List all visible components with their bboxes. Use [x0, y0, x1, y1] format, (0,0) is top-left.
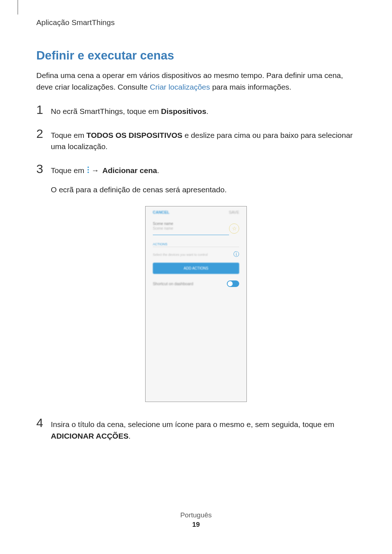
- step-4-suffix: .: [128, 432, 131, 440]
- step-3-bold: Adicionar cena: [101, 166, 157, 175]
- step-3-prefix: Toque em: [51, 166, 86, 175]
- page-header: Aplicação SmartThings: [36, 18, 356, 27]
- step-4-bold: ADICIONAR ACÇÕES: [51, 432, 128, 440]
- step-3-number: 3: [36, 163, 51, 175]
- phone-divider: [153, 247, 239, 247]
- star-icon: ☆: [229, 223, 239, 234]
- step-4: 4 Insira o título da cena, selecione um …: [36, 416, 356, 442]
- screenshot-container: CANCEL SAVE Scene name Scene name ☆ ACTI…: [36, 206, 356, 402]
- step-1-bold: Dispositivos: [161, 107, 206, 115]
- phone-scene-name-row: Scene name Scene name ☆: [153, 222, 239, 235]
- left-margin-line: [17, 0, 18, 15]
- page-content: Aplicação SmartThings Definir e executar…: [0, 0, 392, 442]
- phone-scene-name-placeholder: Scene name: [153, 226, 229, 230]
- step-1-suffix: .: [206, 107, 208, 115]
- footer-language: Português: [0, 511, 392, 519]
- phone-shortcut-row: Shortcut on dashboard: [153, 280, 239, 287]
- intro-text-part2: para mais informações.: [210, 83, 291, 91]
- page-footer: Português 19: [0, 511, 392, 529]
- step-4-content: Insira o título da cena, selecione um íc…: [51, 416, 356, 442]
- step-1-prefix: No ecrã SmartThings, toque em: [51, 107, 161, 115]
- svg-point-0: [87, 167, 89, 168]
- create-locations-link[interactable]: Criar localizações: [150, 83, 210, 91]
- step-4-number: 4: [36, 416, 51, 429]
- phone-body: Scene name Scene name ☆ ACTIONS Select t…: [146, 218, 246, 402]
- phone-scene-name-label: Scene name: [153, 222, 229, 226]
- phone-select-devices-text: Select the devices you want to control: [153, 253, 208, 257]
- svg-point-1: [87, 169, 89, 171]
- step-1-content: No ecrã SmartThings, toque em Dispositiv…: [51, 103, 208, 117]
- step-3-sub: O ecrã para a definição de cenas será ap…: [51, 184, 226, 196]
- phone-screen-mockup: CANCEL SAVE Scene name Scene name ☆ ACTI…: [145, 206, 247, 402]
- phone-actions-label: ACTIONS: [153, 242, 239, 246]
- phone-add-actions-button: ADD ACTIONS: [153, 263, 239, 274]
- step-1: 1 No ecrã SmartThings, toque em Disposit…: [36, 103, 356, 117]
- info-icon: ⓘ: [233, 251, 239, 258]
- footer-page-number: 19: [0, 521, 392, 529]
- phone-save-button: SAVE: [229, 210, 239, 214]
- step-3-suffix: .: [157, 166, 159, 175]
- phone-scene-name-group: Scene name Scene name: [153, 222, 229, 235]
- phone-shortcut-toggle: [227, 280, 239, 287]
- step-4-prefix: Insira o título da cena, selecione um íc…: [51, 420, 334, 428]
- step-1-number: 1: [36, 103, 51, 116]
- step-2-prefix: Toque em: [51, 131, 86, 139]
- phone-shortcut-label: Shortcut on dashboard: [153, 282, 193, 286]
- phone-header: CANCEL SAVE: [146, 206, 246, 218]
- step-2-number: 2: [36, 127, 51, 140]
- step-2-bold: TODOS OS DISPOSITIVOS: [86, 131, 183, 139]
- step-3: 3 Toque em → Adicionar cena. O ecrã para…: [36, 163, 356, 196]
- arrow-text: →: [91, 166, 99, 175]
- section-title: Definir e executar cenas: [36, 49, 356, 62]
- intro-paragraph: Defina uma cena a operar em vários dispo…: [36, 70, 356, 93]
- step-3-content: Toque em → Adicionar cena. O ecrã para a…: [51, 163, 226, 196]
- more-options-icon: [87, 165, 89, 177]
- phone-select-devices-row: Select the devices you want to control ⓘ: [153, 251, 239, 258]
- step-2: 2 Toque em TODOS OS DISPOSITIVOS e desli…: [36, 127, 356, 152]
- phone-cancel-button: CANCEL: [153, 210, 170, 214]
- svg-point-2: [87, 172, 89, 173]
- step-2-content: Toque em TODOS OS DISPOSITIVOS e deslize…: [51, 127, 356, 152]
